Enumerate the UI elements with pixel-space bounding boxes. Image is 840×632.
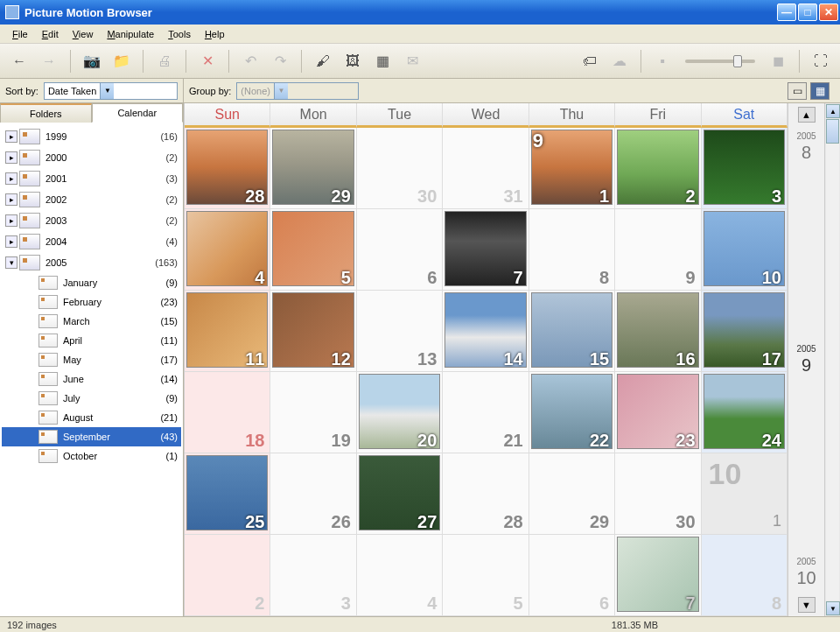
maximize-button[interactable]: □: [798, 4, 817, 21]
tab-calendar[interactable]: Calendar: [92, 103, 184, 123]
sync-button[interactable]: ☁: [607, 49, 632, 74]
expand-icon[interactable]: ▸: [5, 172, 18, 185]
zoom-thumb[interactable]: [733, 55, 742, 67]
calendar-cell[interactable]: 31: [443, 128, 528, 209]
calendar-cell[interactable]: 91: [529, 128, 615, 209]
calendar-cell[interactable]: 3: [270, 535, 356, 616]
expand-icon[interactable]: ▸: [5, 151, 18, 164]
year-row[interactable]: ▸2004(4): [2, 231, 181, 252]
month-strip-prev[interactable]: 2005 8: [796, 124, 816, 170]
rotate-left-button[interactable]: ↶: [238, 49, 262, 74]
tag-button[interactable]: 🏷: [578, 49, 602, 74]
month-row[interactable]: August(21): [2, 408, 181, 427]
calendar-cell[interactable]: 2: [615, 128, 701, 209]
calendar-cell[interactable]: 30: [615, 453, 701, 535]
calendar-cell[interactable]: 4: [185, 209, 270, 291]
calendar-cell[interactable]: 13: [357, 291, 443, 372]
email-button[interactable]: ✉: [400, 49, 424, 74]
calendar-cell[interactable]: 10: [702, 209, 788, 291]
import-camera-button[interactable]: 📷: [80, 49, 104, 74]
calendar-cell[interactable]: 21: [443, 372, 528, 453]
calendar-cell[interactable]: 101: [702, 453, 788, 535]
expand-icon[interactable]: ▸: [5, 235, 18, 248]
calendar-cell[interactable]: 4: [357, 535, 443, 616]
delete-button[interactable]: ✕: [195, 49, 220, 74]
group-combo[interactable]: (None) ▼: [236, 82, 359, 100]
calendar-cell[interactable]: 14: [443, 291, 528, 372]
calendar-cell[interactable]: 26: [270, 453, 356, 535]
calendar-cell[interactable]: 27: [357, 453, 443, 535]
month-next-button[interactable]: ▼: [798, 597, 816, 613]
adjust-button[interactable]: 🖼: [340, 49, 365, 74]
calendar-cell[interactable]: 15: [529, 291, 615, 372]
month-row[interactable]: July(9): [2, 389, 181, 408]
month-row[interactable]: February(23): [2, 292, 181, 312]
calendar-cell[interactable]: 20: [357, 372, 443, 453]
month-row[interactable]: June(14): [2, 369, 181, 389]
close-button[interactable]: ✕: [819, 4, 838, 21]
calendar-cell[interactable]: 17: [702, 291, 788, 372]
year-row[interactable]: ▸1999(16): [2, 126, 181, 147]
calendar-cell[interactable]: 11: [185, 291, 270, 372]
calendar-cell[interactable]: 23: [615, 372, 701, 453]
calendar-cell[interactable]: 28: [185, 128, 270, 209]
month-row[interactable]: September(43): [2, 427, 181, 446]
scroll-down-button[interactable]: ▼: [826, 601, 840, 615]
month-strip-current[interactable]: 2005 9: [796, 337, 816, 383]
forward-button[interactable]: →: [37, 49, 61, 74]
month-row[interactable]: January(9): [2, 273, 181, 292]
minimize-button[interactable]: —: [777, 4, 796, 21]
menu-tools[interactable]: Tools: [161, 27, 198, 41]
calendar-cell[interactable]: 12: [270, 291, 356, 372]
calendar-cell[interactable]: 8: [529, 209, 615, 291]
calendar-cell[interactable]: 7: [443, 209, 528, 291]
edit-button[interactable]: 🖌: [311, 49, 335, 74]
fullscreen-button[interactable]: ⛶: [808, 49, 833, 74]
calendar-cell[interactable]: 29: [270, 128, 356, 209]
calendar-cell[interactable]: 6: [357, 209, 443, 291]
calendar-cell[interactable]: 28: [443, 453, 528, 535]
calendar-cell[interactable]: 8: [702, 535, 788, 616]
calendar-cell[interactable]: 16: [615, 291, 701, 372]
calendar-cell[interactable]: 24: [702, 372, 788, 453]
expand-icon[interactable]: ▾: [5, 256, 18, 269]
year-row[interactable]: ▾2005(163): [2, 252, 181, 273]
zoom-out-icon[interactable]: ▪: [650, 49, 675, 74]
tree[interactable]: ▸1999(16)▸2000(2)▸2001(3)▸2002(2)▸2003(2…: [0, 123, 183, 616]
year-row[interactable]: ▸2001(3): [2, 168, 181, 189]
vertical-scrollbar[interactable]: ▲ ▼: [824, 103, 840, 616]
expand-icon[interactable]: ▸: [5, 193, 18, 206]
expand-icon[interactable]: ▸: [5, 214, 18, 227]
month-prev-button[interactable]: ▲: [798, 107, 816, 123]
scroll-track[interactable]: [826, 119, 839, 600]
back-button[interactable]: ←: [7, 49, 32, 74]
month-row[interactable]: May(17): [2, 350, 181, 369]
calendar-cell[interactable]: 6: [529, 535, 615, 616]
menu-edit[interactable]: Edit: [35, 27, 66, 41]
rotate-right-button[interactable]: ↷: [268, 49, 292, 74]
calendar-cell[interactable]: 2: [185, 535, 270, 616]
sort-combo[interactable]: Date Taken ▼: [44, 82, 178, 100]
menu-manipulate[interactable]: Manipulate: [100, 27, 161, 41]
view-calendar-button[interactable]: ▦: [810, 82, 830, 100]
view-filmstrip-button[interactable]: ▭: [788, 82, 807, 100]
calendar-cell[interactable]: 29: [529, 453, 615, 535]
calendar-cell[interactable]: 3: [702, 128, 788, 209]
calendar-cell[interactable]: 5: [270, 209, 356, 291]
menu-file[interactable]: File: [5, 27, 35, 41]
calendar-cell[interactable]: 22: [529, 372, 615, 453]
scroll-up-button[interactable]: ▲: [826, 104, 840, 118]
tab-folders[interactable]: Folders: [0, 103, 92, 123]
zoom-slider[interactable]: [685, 60, 755, 63]
import-folder-button[interactable]: 📁: [109, 49, 134, 74]
month-row[interactable]: October(1): [2, 446, 181, 466]
month-row[interactable]: March(15): [2, 312, 181, 331]
calendar-cell[interactable]: 19: [270, 372, 356, 453]
print-button[interactable]: 🖨: [152, 49, 177, 74]
year-row[interactable]: ▸2003(2): [2, 210, 181, 231]
month-strip-next[interactable]: 2005 10: [796, 550, 816, 595]
expand-icon[interactable]: ▸: [5, 130, 18, 143]
menu-view[interactable]: View: [66, 27, 101, 41]
calendar-cell[interactable]: 30: [357, 128, 443, 209]
calendar-cell[interactable]: 9: [615, 209, 701, 291]
